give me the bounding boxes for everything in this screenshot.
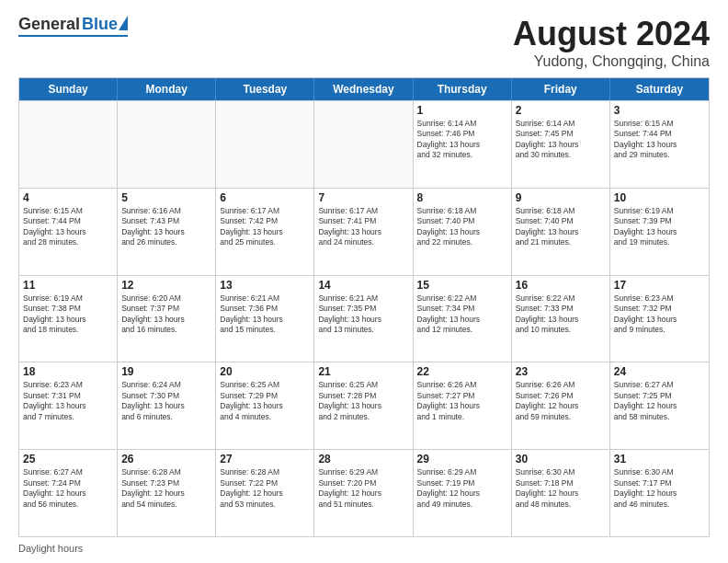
day-number: 5 (121, 191, 211, 204)
cell-text: Sunrise: 6:19 AM Sunset: 7:39 PM Dayligh… (614, 206, 705, 248)
calendar-cell: 13Sunrise: 6:21 AM Sunset: 7:36 PM Dayli… (216, 276, 314, 362)
calendar-cell: 11Sunrise: 6:19 AM Sunset: 7:38 PM Dayli… (19, 276, 118, 362)
logo-triangle-icon (119, 16, 128, 30)
calendar-cell: 2Sunrise: 6:14 AM Sunset: 7:45 PM Daylig… (512, 101, 610, 188)
calendar-cell: 6Sunrise: 6:17 AM Sunset: 7:42 PM Daylig… (216, 189, 314, 275)
cell-text: Sunrise: 6:18 AM Sunset: 7:40 PM Dayligh… (417, 206, 507, 248)
day-number: 1 (417, 104, 507, 117)
cell-text: Sunrise: 6:27 AM Sunset: 7:25 PM Dayligh… (614, 380, 705, 422)
calendar-cell: 22Sunrise: 6:26 AM Sunset: 7:27 PM Dayli… (414, 362, 512, 449)
day-number: 30 (516, 453, 606, 465)
cell-text: Sunrise: 6:23 AM Sunset: 7:31 PM Dayligh… (23, 380, 113, 422)
calendar-cell: 24Sunrise: 6:27 AM Sunset: 7:25 PM Dayli… (610, 362, 709, 449)
day-number: 31 (614, 453, 705, 465)
day-number: 9 (516, 191, 606, 204)
logo-general-text: General (18, 15, 80, 34)
calendar-cell: 5Sunrise: 6:16 AM Sunset: 7:43 PM Daylig… (118, 189, 216, 275)
calendar-cell: 23Sunrise: 6:26 AM Sunset: 7:26 PM Dayli… (512, 362, 610, 449)
calendar-body: 1Sunrise: 6:14 AM Sunset: 7:46 PM Daylig… (19, 100, 709, 536)
calendar-cell: 15Sunrise: 6:22 AM Sunset: 7:34 PM Dayli… (414, 276, 512, 362)
cell-text: Sunrise: 6:26 AM Sunset: 7:27 PM Dayligh… (417, 380, 507, 422)
cell-text: Sunrise: 6:22 AM Sunset: 7:34 PM Dayligh… (417, 293, 507, 336)
day-number: 24 (614, 365, 705, 378)
day-number: 4 (23, 191, 113, 204)
calendar-row: 4Sunrise: 6:15 AM Sunset: 7:44 PM Daylig… (19, 188, 709, 275)
day-number: 25 (23, 453, 113, 465)
day-number: 18 (23, 365, 113, 378)
day-number: 11 (23, 279, 113, 292)
day-number: 22 (417, 365, 507, 378)
footer: Daylight hours (18, 543, 710, 554)
cell-text: Sunrise: 6:21 AM Sunset: 7:36 PM Dayligh… (220, 293, 310, 336)
calendar-cell: 7Sunrise: 6:17 AM Sunset: 7:41 PM Daylig… (314, 189, 413, 275)
logo-blue-text: Blue (82, 15, 118, 34)
calendar-cell: 10Sunrise: 6:19 AM Sunset: 7:39 PM Dayli… (610, 189, 709, 275)
cell-text: Sunrise: 6:19 AM Sunset: 7:38 PM Dayligh… (23, 293, 113, 336)
calendar-cell (314, 101, 413, 188)
day-number: 20 (220, 365, 310, 378)
cell-text: Sunrise: 6:29 AM Sunset: 7:19 PM Dayligh… (417, 467, 507, 510)
calendar-cell: 12Sunrise: 6:20 AM Sunset: 7:37 PM Dayli… (118, 276, 216, 362)
cell-text: Sunrise: 6:15 AM Sunset: 7:44 PM Dayligh… (23, 206, 113, 248)
calendar-header: SundayMondayTuesdayWednesdayThursdayFrid… (19, 78, 709, 100)
day-number: 8 (417, 191, 507, 204)
cell-text: Sunrise: 6:20 AM Sunset: 7:37 PM Dayligh… (121, 293, 211, 336)
calendar-cell: 17Sunrise: 6:23 AM Sunset: 7:32 PM Dayli… (610, 276, 709, 362)
day-number: 7 (318, 191, 408, 204)
day-number: 26 (121, 453, 211, 465)
day-number: 12 (121, 279, 211, 292)
day-number: 17 (614, 279, 705, 292)
day-number: 10 (614, 191, 705, 204)
cell-text: Sunrise: 6:15 AM Sunset: 7:44 PM Dayligh… (614, 119, 705, 161)
logo: General Blue (18, 15, 128, 37)
weekday-header: Thursday (414, 78, 512, 100)
calendar-cell: 21Sunrise: 6:25 AM Sunset: 7:28 PM Dayli… (314, 362, 413, 449)
cell-text: Sunrise: 6:25 AM Sunset: 7:29 PM Dayligh… (220, 380, 310, 422)
weekday-header: Friday (512, 78, 610, 100)
cell-text: Sunrise: 6:30 AM Sunset: 7:18 PM Dayligh… (516, 467, 606, 510)
calendar-row: 18Sunrise: 6:23 AM Sunset: 7:31 PM Dayli… (19, 362, 709, 449)
weekday-header: Tuesday (216, 78, 314, 100)
calendar-cell: 3Sunrise: 6:15 AM Sunset: 7:44 PM Daylig… (610, 101, 709, 188)
calendar-row: 11Sunrise: 6:19 AM Sunset: 7:38 PM Dayli… (19, 275, 709, 362)
cell-text: Sunrise: 6:26 AM Sunset: 7:26 PM Dayligh… (516, 380, 606, 422)
day-number: 23 (516, 365, 606, 378)
cell-text: Sunrise: 6:21 AM Sunset: 7:35 PM Dayligh… (318, 293, 408, 336)
calendar-cell (118, 101, 216, 188)
calendar-row: 1Sunrise: 6:14 AM Sunset: 7:46 PM Daylig… (19, 100, 709, 188)
calendar-cell: 29Sunrise: 6:29 AM Sunset: 7:19 PM Dayli… (414, 450, 512, 536)
cell-text: Sunrise: 6:14 AM Sunset: 7:45 PM Dayligh… (516, 119, 606, 161)
calendar-cell: 18Sunrise: 6:23 AM Sunset: 7:31 PM Dayli… (19, 362, 118, 449)
cell-text: Sunrise: 6:17 AM Sunset: 7:41 PM Dayligh… (318, 206, 408, 248)
weekday-header: Wednesday (314, 78, 413, 100)
calendar-cell: 28Sunrise: 6:29 AM Sunset: 7:20 PM Dayli… (314, 450, 413, 536)
cell-text: Sunrise: 6:22 AM Sunset: 7:33 PM Dayligh… (516, 293, 606, 336)
calendar-cell (19, 101, 118, 188)
title-block: August 2024 Yudong, Chongqing, China (513, 15, 710, 70)
header: General Blue August 2024 Yudong, Chongqi… (18, 15, 710, 70)
calendar-cell: 31Sunrise: 6:30 AM Sunset: 7:17 PM Dayli… (610, 450, 709, 536)
weekday-header: Monday (118, 78, 216, 100)
day-number: 15 (417, 279, 507, 292)
logo-underline (18, 35, 128, 37)
cell-text: Sunrise: 6:23 AM Sunset: 7:32 PM Dayligh… (614, 293, 705, 336)
calendar-cell: 19Sunrise: 6:24 AM Sunset: 7:30 PM Dayli… (118, 362, 216, 449)
cell-text: Sunrise: 6:30 AM Sunset: 7:17 PM Dayligh… (614, 467, 705, 510)
cell-text: Sunrise: 6:25 AM Sunset: 7:28 PM Dayligh… (318, 380, 408, 422)
calendar-row: 25Sunrise: 6:27 AM Sunset: 7:24 PM Dayli… (19, 449, 709, 536)
cell-text: Sunrise: 6:16 AM Sunset: 7:43 PM Dayligh… (121, 206, 211, 248)
day-number: 2 (516, 104, 606, 117)
day-number: 3 (614, 104, 705, 117)
calendar-cell: 14Sunrise: 6:21 AM Sunset: 7:35 PM Dayli… (314, 276, 413, 362)
calendar-cell: 16Sunrise: 6:22 AM Sunset: 7:33 PM Dayli… (512, 276, 610, 362)
calendar-cell: 30Sunrise: 6:30 AM Sunset: 7:18 PM Dayli… (512, 450, 610, 536)
cell-text: Sunrise: 6:29 AM Sunset: 7:20 PM Dayligh… (318, 467, 408, 510)
day-number: 21 (318, 365, 408, 378)
day-number: 16 (516, 279, 606, 292)
day-number: 13 (220, 279, 310, 292)
calendar-cell: 8Sunrise: 6:18 AM Sunset: 7:40 PM Daylig… (414, 189, 512, 275)
calendar: SundayMondayTuesdayWednesdayThursdayFrid… (18, 77, 710, 537)
calendar-cell: 1Sunrise: 6:14 AM Sunset: 7:46 PM Daylig… (414, 101, 512, 188)
calendar-cell: 4Sunrise: 6:15 AM Sunset: 7:44 PM Daylig… (19, 189, 118, 275)
weekday-header: Sunday (19, 78, 118, 100)
